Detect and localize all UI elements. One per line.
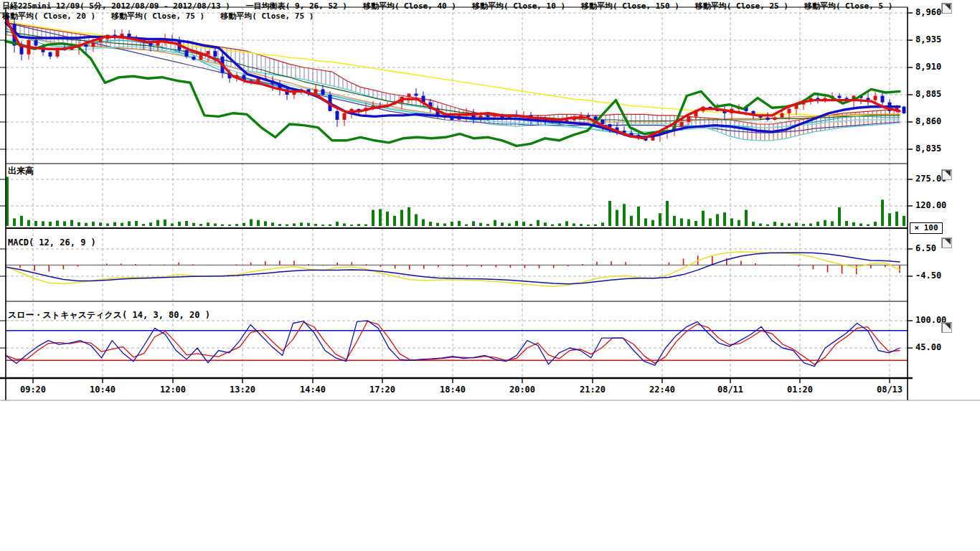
volume-bar [888, 213, 891, 226]
volume-bar [494, 220, 496, 226]
volume-bar [558, 223, 561, 226]
volume-bar [716, 214, 719, 226]
candle-body [680, 122, 684, 126]
stoch-axis-label: 45.00 [915, 342, 941, 352]
volume-bar [257, 220, 260, 226]
volume-bar [106, 223, 109, 226]
volume-bar [199, 224, 202, 226]
volume-bar [666, 201, 669, 226]
volume-bar [128, 221, 131, 226]
time-axis-label: 01:20 [787, 385, 813, 395]
candle-body [314, 89, 318, 93]
volume-bar [149, 222, 152, 226]
volume-bar [573, 223, 575, 226]
volume-bar [673, 216, 676, 226]
volume-bar [738, 220, 740, 226]
volume-panel-label: 出来高 [8, 165, 34, 177]
indicator-label: 移動平均( Close, 25 ) [695, 1, 788, 11]
volume-bar [20, 216, 23, 226]
volume-bar [816, 222, 819, 226]
time-axis-label: 18:40 [440, 385, 466, 395]
volume-panel-dropdown-icon[interactable] [941, 169, 952, 180]
volume-bar [623, 204, 626, 226]
macd-panel-label: MACD( 12, 26, 9 ) [8, 237, 96, 248]
volume-bar [644, 218, 647, 226]
volume-bar [766, 225, 769, 226]
volume-bar [659, 213, 661, 226]
volume-bar [92, 222, 95, 226]
volume-bar [637, 207, 640, 226]
indicator-label: 移動平均( Close, 150 ) [581, 1, 679, 11]
time-axis-label: 13:20 [230, 385, 255, 395]
volume-bar [537, 220, 540, 226]
volume-bar [429, 222, 432, 226]
volume-bar [486, 224, 489, 226]
volume-bar [859, 223, 862, 226]
volume-bar [178, 222, 181, 226]
price-axis-label: 8,860 [915, 116, 941, 126]
volume-bar [809, 223, 812, 226]
stoch-panel-label: スロー・ストキャスティクス( 14, 3, 80, 20 ) [8, 309, 210, 321]
volume-bar [730, 218, 733, 226]
indicator-label: 移動平均( Close, 10 ) [472, 1, 565, 11]
volume-bar [565, 221, 568, 226]
candle-body [479, 116, 483, 118]
candle-body [321, 89, 325, 95]
indicator-label: 移動平均( Close, 20 ) [2, 11, 95, 21]
chart-canvas[interactable] [0, 0, 980, 551]
volume-bar [436, 223, 439, 226]
volume-bar [407, 207, 410, 226]
price-panel-dropdown-icon[interactable] [941, 3, 952, 14]
volume-bar [608, 201, 611, 226]
volume-bar [49, 222, 52, 226]
volume-bar [773, 222, 776, 226]
price-axis-label: 8,835 [915, 143, 941, 154]
volume-bar [329, 225, 331, 226]
macd-axis-label: -4.50 [915, 270, 941, 281]
stoch-panel-dropdown-icon[interactable] [941, 322, 952, 333]
volume-bar [422, 220, 425, 226]
volume-bar [192, 223, 195, 226]
macd-panel-dropdown-icon[interactable] [941, 237, 952, 248]
volume-bar [171, 223, 174, 226]
price-axis-label: 8,960 [915, 7, 941, 17]
candle-body [903, 107, 906, 113]
volume-bar [228, 225, 231, 226]
volume-bar [415, 214, 418, 226]
volume-bar [601, 222, 604, 226]
volume-bar [372, 210, 374, 226]
volume-bar [867, 225, 870, 226]
volume-bar [357, 224, 360, 226]
volume-bar [242, 223, 245, 226]
volume-bar [616, 210, 618, 226]
candle-body [881, 96, 885, 103]
candle-body [687, 116, 691, 122]
candle-body [630, 133, 633, 135]
volume-bar [13, 218, 16, 226]
time-axis-label: 12:00 [160, 385, 186, 395]
volume-bar [85, 223, 88, 226]
volume-bar [34, 221, 37, 226]
volume-bar [694, 221, 697, 226]
volume-bar [400, 210, 403, 226]
time-axis-label: 10:40 [90, 385, 116, 395]
volume-bar [70, 220, 73, 226]
volume-bar [336, 222, 339, 226]
volume-bar [831, 221, 834, 226]
volume-bar [185, 221, 188, 226]
candle-body [415, 93, 418, 95]
time-axis-label: 17:20 [369, 385, 395, 395]
volume-bar [824, 220, 826, 226]
volume-bar [350, 225, 353, 226]
volume-bar [687, 220, 690, 226]
volume-bar [587, 225, 590, 226]
candle-body [486, 116, 490, 117]
candle-body [343, 113, 347, 120]
time-axis-label: 22:40 [649, 385, 675, 395]
volume-bar [838, 207, 841, 226]
candle-body [192, 57, 196, 60]
volume-bar [164, 220, 166, 226]
volume-bar [42, 221, 44, 226]
volume-bar [479, 223, 482, 226]
volume-bar [515, 221, 518, 226]
